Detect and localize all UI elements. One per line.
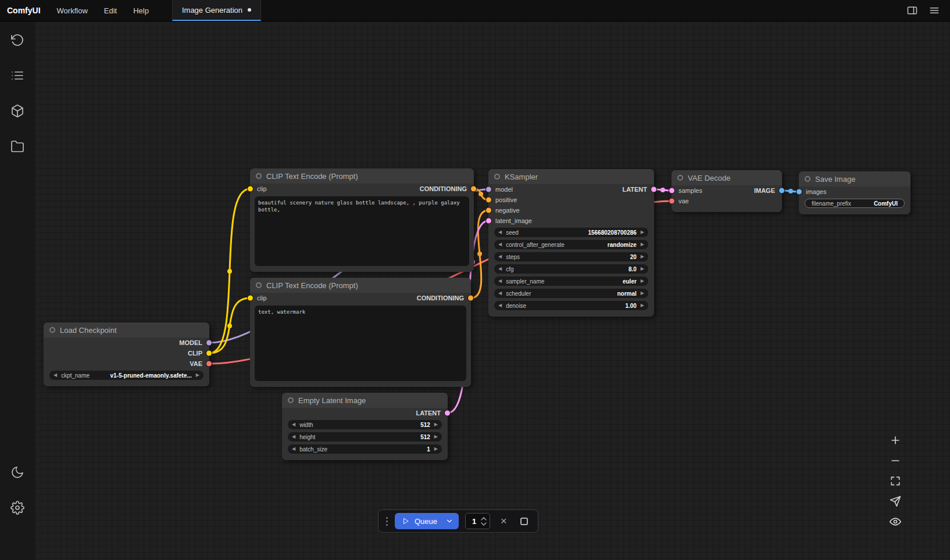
input-port-clip[interactable]: [248, 186, 253, 192]
widget-filename-prefix[interactable]: filename_prefix ComfyUI: [805, 199, 905, 208]
interrupt-close-icon[interactable]: ×: [497, 514, 510, 528]
widget-width[interactable]: ◀ width 512 ▶: [288, 420, 442, 429]
decrement-arrow-icon[interactable]: ◀: [53, 373, 57, 378]
increment-arrow-icon[interactable]: ▶: [641, 254, 644, 259]
queue-button[interactable]: Queue: [395, 513, 459, 529]
decrement-arrow-icon[interactable]: ◀: [498, 267, 502, 271]
input-port-clip[interactable]: [248, 296, 253, 301]
decrement-arrow-icon[interactable]: ◀: [498, 303, 502, 308]
widget-scheduler[interactable]: ◀ scheduler normal ▶: [494, 289, 648, 298]
decrement-arrow-icon[interactable]: ◀: [498, 254, 502, 259]
drag-handle[interactable]: [385, 517, 388, 526]
hamburger-menu-icon[interactable]: [928, 4, 941, 17]
node-save-image[interactable]: Save Image images filename_prefix ComfyU…: [799, 171, 910, 214]
widget-control-after-generate[interactable]: ◀ control_after_generate randomize ▶: [494, 240, 648, 249]
widget-cfg[interactable]: ◀ cfg 8.0 ▶: [494, 264, 648, 274]
increment-arrow-icon[interactable]: ▶: [434, 422, 438, 427]
batch-count-input[interactable]: 1: [465, 513, 490, 529]
node-empty-latent-image[interactable]: Empty Latent Image LATENT ◀ width 512 ▶ …: [282, 393, 448, 460]
collapse-dot[interactable]: [805, 176, 810, 182]
settings-gear-icon[interactable]: [6, 496, 29, 519]
decrement-arrow-icon[interactable]: ◀: [498, 242, 502, 247]
increment-arrow-icon[interactable]: ▶: [641, 230, 644, 235]
stepper-down-icon[interactable]: [481, 522, 487, 526]
clear-queue-stop-icon[interactable]: [517, 514, 531, 528]
node-header[interactable]: Save Image: [799, 171, 910, 186]
output-port-model[interactable]: [206, 340, 212, 346]
node-load-checkpoint[interactable]: Load Checkpoint MODEL CLIP VAE ◀ ckpt_na…: [44, 322, 209, 386]
increment-arrow-icon[interactable]: ▶: [196, 373, 199, 378]
increment-arrow-icon[interactable]: ▶: [641, 267, 644, 271]
node-vae-decode[interactable]: VAE Decode samples IMAGE vae: [672, 170, 782, 212]
input-port-samples[interactable]: [669, 188, 674, 193]
node-header[interactable]: CLIP Text Encode (Prompt): [250, 278, 471, 293]
model-library-box-icon[interactable]: [6, 99, 29, 123]
tab-image-generation[interactable]: Image Generation: [172, 0, 261, 21]
graph-canvas[interactable]: Load Checkpoint MODEL CLIP VAE ◀ ckpt_na…: [35, 21, 950, 560]
collapse-dot[interactable]: [494, 174, 500, 180]
zoom-out-icon[interactable]: [888, 454, 902, 468]
theme-moon-icon[interactable]: [6, 461, 29, 484]
queue-button-main[interactable]: Queue: [395, 513, 444, 529]
decrement-arrow-icon[interactable]: ◀: [292, 435, 295, 439]
increment-arrow-icon[interactable]: ▶: [641, 291, 644, 296]
node-header[interactable]: KSampler: [488, 169, 654, 184]
input-port-positive[interactable]: [486, 198, 491, 203]
output-port-vae[interactable]: [206, 361, 212, 367]
node-header[interactable]: VAE Decode: [672, 170, 782, 185]
output-port-clip[interactable]: [206, 351, 212, 356]
increment-arrow-icon[interactable]: ▶: [641, 242, 644, 247]
node-header[interactable]: Load Checkpoint: [44, 322, 209, 338]
menu-edit[interactable]: Edit: [96, 0, 125, 21]
input-port-model[interactable]: [486, 187, 491, 192]
menu-workflow[interactable]: Workflow: [49, 0, 96, 21]
menu-help[interactable]: Help: [125, 0, 157, 21]
node-clip-text-encode-negative[interactable]: CLIP Text Encode (Prompt) clip CONDITION…: [250, 278, 471, 387]
stepper-up-icon[interactable]: [481, 517, 487, 520]
output-port-latent[interactable]: [445, 411, 450, 416]
node-header[interactable]: Empty Latent Image: [282, 393, 448, 408]
widget-ckpt-name[interactable]: ◀ ckpt_name v1-5-pruned-emaonly.safete..…: [49, 371, 203, 380]
collapse-dot[interactable]: [256, 173, 262, 179]
decrement-arrow-icon[interactable]: ◀: [498, 279, 502, 283]
node-header[interactable]: CLIP Text Encode (Prompt): [250, 168, 474, 184]
increment-arrow-icon[interactable]: ▶: [434, 435, 438, 439]
collapse-dot[interactable]: [288, 397, 294, 403]
widget-denoise[interactable]: ◀ denoise 1.00 ▶: [494, 301, 648, 310]
collapse-dot[interactable]: [256, 282, 262, 288]
select-mode-arrow-icon[interactable]: [888, 494, 902, 508]
collapse-dot[interactable]: [49, 327, 55, 333]
input-port-latent-image[interactable]: [486, 218, 491, 224]
decrement-arrow-icon[interactable]: ◀: [498, 291, 502, 296]
collapse-dot[interactable]: [677, 175, 683, 181]
prompt-text-area[interactable]: beautiful scenery nature glass bottle la…: [255, 196, 469, 266]
widget-seed[interactable]: ◀ seed 156680208700286 ▶: [494, 228, 648, 237]
node-ksampler[interactable]: KSampler model LATENT positive negative …: [488, 169, 654, 317]
toggle-panel-icon[interactable]: [906, 4, 919, 17]
fit-view-icon[interactable]: [888, 474, 902, 488]
decrement-arrow-icon[interactable]: ◀: [292, 447, 295, 451]
node-clip-text-encode-positive[interactable]: CLIP Text Encode (Prompt) clip CONDITION…: [250, 168, 474, 272]
widget-batch-size[interactable]: ◀ batch_size 1 ▶: [288, 444, 442, 454]
output-port-conditioning[interactable]: [468, 296, 473, 301]
input-port-negative[interactable]: [486, 208, 491, 213]
output-port-image[interactable]: [779, 188, 784, 193]
increment-arrow-icon[interactable]: ▶: [434, 447, 438, 451]
increment-arrow-icon[interactable]: ▶: [641, 303, 644, 308]
decrement-arrow-icon[interactable]: ◀: [292, 422, 295, 427]
queue-history-icon[interactable]: [6, 28, 29, 52]
widget-height[interactable]: ◀ height 512 ▶: [288, 432, 442, 441]
input-port-vae[interactable]: [669, 199, 674, 204]
decrement-arrow-icon[interactable]: ◀: [498, 230, 502, 235]
input-port-images[interactable]: [797, 189, 802, 195]
toggle-link-visibility-eye-icon[interactable]: [888, 515, 902, 529]
node-library-list-icon[interactable]: [6, 64, 29, 87]
increment-arrow-icon[interactable]: ▶: [641, 279, 644, 283]
workflows-folder-icon[interactable]: [6, 135, 29, 158]
prompt-text-area[interactable]: text, watermark: [255, 306, 466, 381]
output-port-conditioning[interactable]: [471, 186, 476, 192]
queue-dropdown-caret[interactable]: [444, 513, 459, 529]
widget-steps[interactable]: ◀ steps 20 ▶: [494, 252, 648, 261]
output-port-latent[interactable]: [651, 187, 656, 192]
widget-sampler-name[interactable]: ◀ sampler_name euler ▶: [494, 277, 648, 286]
